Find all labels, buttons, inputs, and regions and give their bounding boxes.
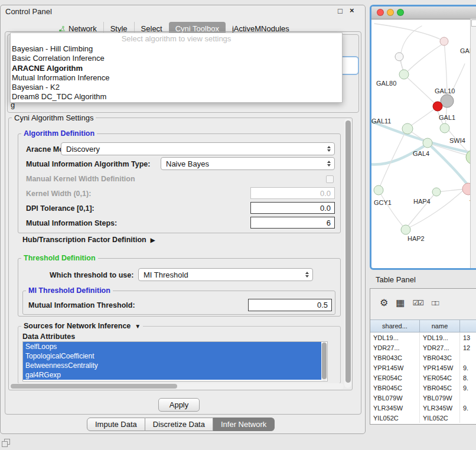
column-header-2[interactable]: name xyxy=(420,319,460,332)
algorithm-option-bayesian-hill-climbing[interactable]: Bayesian - Hill Climbing xyxy=(11,44,342,54)
network-node[interactable] xyxy=(402,123,413,134)
network-window: GAL8GAL80GAL10GAL11GAL1SWI4GAL4GCY1HAP4Y… xyxy=(370,5,476,270)
algorithm-option-aracne-algorithm[interactable]: ARACNE Algorithm xyxy=(11,64,342,73)
aracne-mode-select[interactable]: Discovery xyxy=(61,142,335,155)
mi-steps-field[interactable]: 6 xyxy=(250,217,335,229)
algorithm-definition-title: Algorithm Definition xyxy=(21,129,97,138)
table-cell: YLR345W xyxy=(370,403,420,413)
network-edge[interactable] xyxy=(400,26,422,73)
network-edge[interactable] xyxy=(407,43,444,72)
network-edge[interactable] xyxy=(379,191,404,227)
attributes-scrollbar-thumb[interactable] xyxy=(322,343,327,379)
dpi-tolerance-field[interactable]: 0.0 xyxy=(250,202,335,214)
attribute-selfloops[interactable]: SelfLoops xyxy=(23,342,321,351)
table-panel-window: ⚙▦☑☑□□ shared...name YDL19...YDL19...13Y… xyxy=(370,288,476,425)
algorithm-option-bayesian-k2[interactable]: Bayesian - K2 xyxy=(11,83,342,92)
which-threshold-select[interactable]: MI Threshold xyxy=(138,268,313,281)
network-scrollbar-button[interactable] xyxy=(471,19,476,27)
bottom-tabs: Impute DataDiscretize DataInfer Network xyxy=(87,418,275,431)
algorithm-option-basic-correlation-inference[interactable]: Basic Correlation Inference xyxy=(11,54,342,63)
table-cell: YLR345W xyxy=(420,403,460,413)
apply-button[interactable]: Apply xyxy=(158,398,200,412)
column-header-3[interactable] xyxy=(460,319,476,332)
columns-icon[interactable]: ▦ xyxy=(396,298,403,308)
network-node[interactable] xyxy=(423,138,432,148)
column-header-1[interactable]: shared... xyxy=(370,319,420,332)
table-cell: YIL052C xyxy=(420,413,460,423)
desktop: Control Panel □ × NetworkStyleSelectCyni… xyxy=(0,0,476,450)
attribute-betweennesscentrality[interactable]: BetweennessCentrality xyxy=(23,361,321,370)
network-edge[interactable] xyxy=(379,131,406,188)
dpi-tolerance-label: DPI Tolerance [0,1]: xyxy=(26,204,94,213)
mi-type-value: Naive Bayes xyxy=(166,159,209,168)
table-row[interactable]: YBR045CYBR045C9. xyxy=(370,383,476,393)
attribute-gal4rgexp[interactable]: gal4RGexp xyxy=(23,370,321,380)
manual-kernel-checkbox[interactable] xyxy=(326,175,334,183)
vertical-scrollbar-thumb[interactable] xyxy=(345,120,351,383)
attributes-scrollbar[interactable] xyxy=(321,342,327,381)
hide-columns-icon[interactable]: □□ xyxy=(432,299,438,306)
bottom-tab-discretize-data[interactable]: Discretize Data xyxy=(145,418,213,431)
sources-section-toggle[interactable]: Sources for Network Inference ▼ xyxy=(21,322,143,330)
table-row[interactable]: YPR145WYPR145W9. xyxy=(370,363,476,373)
network-node[interactable] xyxy=(433,102,442,111)
network-node[interactable] xyxy=(374,185,383,195)
threshold-group-title: Threshold Definition xyxy=(21,254,98,262)
window-title: Control Panel xyxy=(5,7,52,16)
network-node[interactable] xyxy=(432,188,441,196)
mi-type-label: Mutual Information Algorithm Type: xyxy=(26,160,150,168)
table-cell: YBL079W xyxy=(420,393,460,403)
table-row[interactable]: YDR27...YDR27...12 xyxy=(370,343,476,353)
mi-threshold-field[interactable]: 0.5 xyxy=(248,299,332,311)
table-cell: YBR043C xyxy=(370,353,420,363)
node-label: GAL1 xyxy=(439,114,455,121)
network-node[interactable] xyxy=(440,37,448,45)
table-row[interactable]: YER054CYER054C8. xyxy=(370,373,476,383)
network-scrollbar[interactable] xyxy=(470,19,476,268)
network-node[interactable] xyxy=(399,70,409,79)
traffic-light-close-icon[interactable] xyxy=(377,9,384,16)
restore-window-icon[interactable] xyxy=(2,439,10,447)
table-row[interactable]: YDL19...YDL19...13 xyxy=(370,332,476,343)
kernel-width-field[interactable]: 0.0 xyxy=(250,187,335,199)
algorithm-option-dream8-dc-tdc-algorithm[interactable]: Dream8 DC_TDC Algorithm xyxy=(11,92,342,102)
table-row[interactable]: YIL052CYIL052C xyxy=(370,413,476,423)
node-label: HAP2 xyxy=(407,235,425,242)
minimize-button[interactable]: □ xyxy=(338,6,343,15)
bottom-tab-impute-data[interactable]: Impute Data xyxy=(87,418,145,431)
network-edge[interactable] xyxy=(405,76,436,105)
table-cell: YER054C xyxy=(370,373,420,383)
bottom-tab-infer-network[interactable]: Infer Network xyxy=(213,418,275,431)
hub-section-toggle[interactable]: Hub/Transcription Factor Definition ▶ xyxy=(22,236,155,244)
network-titlebar[interactable] xyxy=(371,6,476,19)
table-cell: YBR045C xyxy=(370,383,420,393)
traffic-light-minimize-icon[interactable] xyxy=(387,9,394,16)
network-edge[interactable] xyxy=(409,107,436,127)
algorithm-option-mutual-information-inference[interactable]: Mutual Information Inference xyxy=(11,73,342,83)
data-attributes-label: Data Attributes xyxy=(22,332,75,341)
gear-icon[interactable]: ⚙ xyxy=(380,298,387,308)
table-row[interactable]: YLR345WYLR345W9. xyxy=(370,403,476,413)
network-node[interactable] xyxy=(395,53,403,61)
close-button[interactable]: × xyxy=(350,6,354,15)
vertical-scrollbar[interactable] xyxy=(344,119,351,388)
attribute-topologicalcoefficient[interactable]: TopologicalCoefficient xyxy=(23,351,321,361)
table-row[interactable]: YBR043CYBR043C xyxy=(370,353,476,363)
table-cell: YBR045C xyxy=(420,383,460,393)
table-cell: YBL079W xyxy=(370,393,420,403)
table-cell: 8. xyxy=(460,373,476,383)
horizontal-scrollbar[interactable] xyxy=(9,383,344,389)
traffic-light-zoom-icon[interactable] xyxy=(397,9,404,16)
horizontal-scrollbar-thumb[interactable] xyxy=(11,384,177,389)
network-edge[interactable] xyxy=(374,24,442,40)
mi-threshold-group-title: MI Threshold Definition xyxy=(26,286,113,295)
show-columns-icon[interactable]: ☑☑ xyxy=(412,299,423,306)
table-header: shared...name xyxy=(370,319,476,332)
table-row[interactable]: YBL079WYBL079W xyxy=(370,393,476,403)
network-node[interactable] xyxy=(401,225,410,234)
node-label: GAL11 xyxy=(371,118,391,125)
mi-type-select[interactable]: Naive Bayes xyxy=(161,157,335,170)
network-canvas-svg[interactable]: GAL8GAL80GAL10GAL11GAL1SWI4GAL4GCY1HAP4Y… xyxy=(371,19,472,268)
expand-right-icon: ▶ xyxy=(151,237,155,243)
network-node[interactable] xyxy=(440,123,449,133)
